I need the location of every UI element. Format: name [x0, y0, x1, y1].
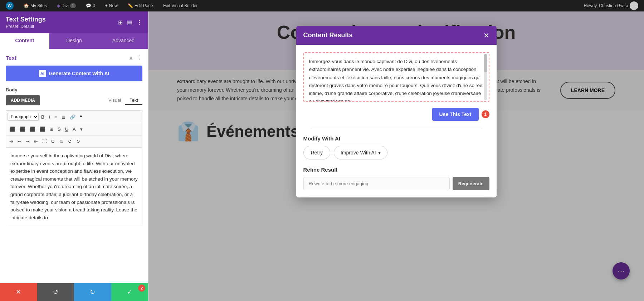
indent2-button[interactable]: ⇥ [24, 138, 31, 145]
admin-bar-new[interactable]: + New [103, 0, 120, 11]
save-badge: 2 [138, 285, 145, 292]
undo-button[interactable]: ↺ [37, 283, 74, 301]
wordpress-logo[interactable]: W [4, 0, 16, 11]
modify-buttons: Retry Improve With AI ▾ [303, 146, 489, 159]
save-icon: ✓ [127, 288, 132, 296]
modal-scrollbar[interactable] [484, 54, 487, 100]
more-icon[interactable]: ⋮ [137, 19, 142, 26]
align-center-button[interactable]: ⬛ [18, 125, 27, 133]
underline-button[interactable]: U [63, 125, 70, 133]
blockquote-button[interactable]: ❝ [78, 113, 84, 121]
home-icon: 🏠 [24, 3, 29, 8]
italic-button[interactable]: I [47, 113, 52, 121]
tab-visual[interactable]: Visual [104, 96, 125, 105]
user-avatar [630, 1, 638, 10]
improve-with-ai-button[interactable]: Improve With AI ▾ [334, 146, 387, 159]
settings-title: Text Settings [6, 16, 46, 23]
modal-title: Content Results [303, 32, 353, 39]
modify-section: Modify With AI Retry Improve With AI ▾ [303, 135, 489, 159]
refine-input[interactable] [303, 177, 450, 190]
bold-button[interactable]: B [39, 113, 46, 121]
visual-text-tabs: Visual Text [104, 96, 142, 105]
align-right-button[interactable]: ⬛ [28, 125, 37, 133]
use-text-badge: 1 [482, 110, 489, 118]
align-left-button[interactable]: ⬛ [8, 125, 17, 133]
indent-button[interactable]: ⇥ [8, 138, 15, 145]
admin-bar-right: Howdy, Christina Gwira [582, 1, 640, 10]
modal-body: Immergez-vous dans le monde captivant de… [296, 45, 497, 197]
redo-editor-button[interactable]: ↻ [74, 138, 82, 145]
settings-header-info: Text Settings Preset: Default [6, 16, 46, 29]
add-media-button[interactable]: ADD MEDIA [6, 95, 40, 105]
strikethrough-button[interactable]: S [56, 125, 63, 133]
divi-icon: ◆ [57, 3, 60, 8]
modal-close-button[interactable]: ✕ [483, 32, 489, 39]
tab-content[interactable]: Content [0, 33, 49, 49]
cancel-button[interactable]: ✕ [0, 283, 37, 301]
settings-body: Text ▲ ⋮ AI Generate Content With AI Bod… [0, 49, 148, 283]
content-results-modal: Content Results ✕ Immergez-vous dans le … [296, 26, 497, 197]
tab-design[interactable]: Design [49, 33, 99, 49]
page-preview: Conception et planification d'événements… [148, 11, 644, 301]
refine-row: Regenerate [303, 177, 489, 190]
settings-header: Text Settings Preset: Default ⊞ ▤ ⋮ [0, 11, 148, 33]
divi-comment-count: 1 [70, 3, 76, 8]
edit-icon: ✏️ [128, 3, 133, 8]
redo-button[interactable]: ↻ [74, 283, 111, 301]
generate-content-button[interactable]: AI Generate Content With AI [6, 66, 142, 81]
modal-overlay: Content Results ✕ Immergez-vous dans le … [148, 11, 644, 301]
admin-user-greeting[interactable]: Howdy, Christina Gwira [582, 1, 640, 10]
section-icons: ▲ ⋮ [128, 54, 142, 61]
modal-header: Content Results ✕ [296, 26, 497, 45]
admin-bar-edit-page[interactable]: ✏️ Edit Page [126, 0, 155, 11]
admin-bar-comments[interactable]: 💬 0 [84, 0, 97, 11]
main-area: Text Settings Preset: Default ⊞ ▤ ⋮ Cont… [0, 11, 644, 301]
refine-section: Refine Result Regenerate [303, 167, 489, 190]
link-button[interactable]: 🔗 [68, 113, 77, 121]
use-this-text-row: Use This Text 1 [303, 108, 489, 121]
plus-icon: + [105, 3, 108, 8]
font-color-button[interactable]: A [71, 125, 78, 133]
admin-bar-divi[interactable]: ◆ Divi 1 [55, 0, 78, 11]
settings-header-icons: ⊞ ▤ ⋮ [118, 19, 142, 26]
more-toolbar-button[interactable]: ▾ [78, 125, 84, 133]
body-label: Body [6, 87, 142, 92]
save-button[interactable]: ✓ 2 [111, 283, 148, 301]
editor-toolbar-row1: Paragraph B I ≡ ≣ 🔗 ❝ [6, 110, 142, 123]
editor-toolbar-row2: ⬛ ⬛ ⬛ ⬛ ⊞ S U A ▾ [6, 123, 142, 135]
fullscreen-icon[interactable]: ⊞ [118, 19, 123, 26]
modify-title: Modify With AI [303, 135, 489, 142]
section-more-icon[interactable]: ⋮ [137, 54, 142, 61]
emoji-button[interactable]: ☺ [57, 138, 65, 145]
special-char-button[interactable]: Ω [49, 138, 57, 145]
ol-button[interactable]: ≣ [60, 113, 67, 121]
outdent2-button[interactable]: ⇤ [32, 138, 40, 145]
paragraph-select[interactable]: Paragraph [8, 113, 39, 121]
modal-scrollbar-thumb [484, 54, 487, 72]
retry-button[interactable]: Retry [303, 146, 330, 159]
use-this-text-button[interactable]: Use This Text [432, 108, 479, 121]
editor-content[interactable]: Immerse yourself in the captivating worl… [6, 147, 142, 226]
fullscreen-editor-button[interactable]: ⛶ [40, 138, 49, 145]
layout-icon[interactable]: ▤ [127, 19, 132, 26]
collapse-icon[interactable]: ▲ [128, 54, 134, 61]
editor-toolbar-row3: ⇥ ⇤ ⇥ ⇤ ⛶ Ω ☺ ↺ ↻ [6, 135, 142, 147]
tab-text[interactable]: Text [125, 96, 142, 105]
admin-bar-exit-builder[interactable]: Exit Visual Builder [161, 0, 200, 11]
undo-editor-button[interactable]: ↺ [66, 138, 74, 145]
tab-advanced[interactable]: Advanced [99, 33, 148, 49]
admin-bar-mysites[interactable]: 🏠 My Sites [21, 0, 49, 11]
table-button[interactable]: ⊞ [48, 125, 55, 133]
refine-title: Refine Result [303, 167, 489, 173]
redo-icon: ↻ [90, 288, 95, 296]
bottom-bar: ✕ ↺ ↻ ✓ 2 [0, 283, 148, 301]
preview-content: Conception et planification d'événements… [148, 11, 644, 301]
settings-preset: Preset: Default [6, 24, 46, 29]
ul-button[interactable]: ≡ [53, 113, 59, 121]
align-justify-button[interactable]: ⬛ [38, 125, 47, 133]
comment-icon: 💬 [86, 3, 91, 8]
outdent-button[interactable]: ⇤ [16, 138, 23, 145]
ai-icon: AI [39, 70, 46, 77]
regenerate-button[interactable]: Regenerate [453, 177, 489, 190]
wordpress-icon: W [6, 2, 14, 10]
